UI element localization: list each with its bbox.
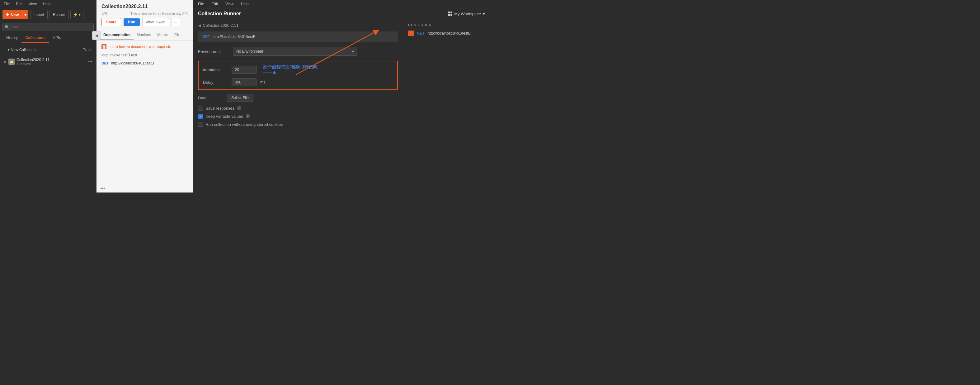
- run-without-cookies-checkbox[interactable]: [198, 122, 203, 127]
- tab-monitors[interactable]: Monitors: [134, 30, 154, 40]
- breadcrumb: ◀ Collection2020.2.11: [198, 23, 398, 28]
- environment-row: Environment No Environment ▾: [198, 47, 398, 56]
- runner-panel: File Edit View Help Collection Runner My…: [193, 0, 490, 193]
- menu-help[interactable]: Help: [42, 1, 52, 7]
- environment-select[interactable]: No Environment ▾: [233, 47, 357, 56]
- search-input[interactable]: [3, 23, 94, 31]
- collection-title: Collection2020.2.11: [102, 4, 188, 10]
- select-file-button[interactable]: Select File: [227, 94, 253, 102]
- sidebar-content: + New Collection Trash ▶ 📁 Collection202…: [0, 43, 96, 193]
- back-arrow-button[interactable]: ◀: [92, 31, 101, 40]
- tab-history[interactable]: History: [3, 33, 21, 43]
- collection-meta: 1 request: [16, 62, 86, 66]
- run-order-panel: RUN ORDER ✓ GET http://localhost:8401/te…: [403, 19, 490, 193]
- run-order-checkbox[interactable]: ✓: [408, 30, 414, 36]
- keep-variable-row: ✓ Keep variable values i: [198, 114, 398, 119]
- save-responses-info-icon[interactable]: i: [237, 106, 241, 110]
- new-button[interactable]: ✚ New ▾: [3, 10, 28, 19]
- keep-variable-checkbox[interactable]: ✓: [198, 114, 203, 119]
- run-order-url: http://localhost:8401/testB: [428, 31, 471, 35]
- tab-ch[interactable]: Ch...: [171, 30, 185, 40]
- data-label: Data: [198, 96, 223, 100]
- menu-view[interactable]: View: [27, 1, 38, 7]
- runner-title: Collection Runner: [198, 11, 241, 16]
- menu-file[interactable]: File: [3, 1, 11, 7]
- delay-label: Delay: [203, 80, 228, 85]
- expand-icon[interactable]: ▶: [4, 59, 6, 64]
- environment-value: No Environment: [236, 49, 263, 54]
- collection-item[interactable]: ▶ 📁 Collection2020.2.11 1 request •••: [0, 56, 96, 67]
- ms-label: ms: [260, 80, 265, 85]
- collection-more-icon[interactable]: •••: [88, 59, 92, 64]
- method-badge: GET: [102, 61, 109, 65]
- doc-link[interactable]: 📄 Learn how to document your requests: [102, 44, 188, 49]
- runner-main: ◀ Collection2020.2.11 GET http://localho…: [193, 19, 403, 193]
- left-menu-bar: File Edit View Help: [0, 0, 96, 8]
- save-responses-label: Save responses: [205, 106, 234, 110]
- more-options-button[interactable]: ···: [172, 18, 180, 26]
- menu-edit[interactable]: Edit: [14, 1, 24, 7]
- delay-row: Delay ms: [203, 78, 393, 86]
- run-check-mark: ✓: [410, 32, 412, 35]
- save-responses-row: Save responses i: [198, 105, 398, 110]
- keep-variable-label: Keep variable values: [205, 114, 243, 119]
- api-note: This collection is not linked to any API: [130, 12, 188, 16]
- iterations-label: Iterations: [203, 67, 228, 72]
- breadcrumb-arrow-icon: ◀: [198, 23, 201, 28]
- new-dropdown-arrow[interactable]: ▾: [22, 10, 28, 19]
- cursor-icon: ✱: [273, 71, 276, 75]
- runner-menu-view[interactable]: View: [224, 1, 235, 7]
- tab-apis[interactable]: APIs: [49, 33, 64, 43]
- runner-menu-help[interactable]: Help: [240, 1, 250, 7]
- icon-button[interactable]: ⚡ ▾: [70, 10, 83, 19]
- runner-menu-edit[interactable]: Edit: [210, 1, 219, 7]
- tab-collections[interactable]: Collections: [21, 33, 49, 43]
- share-button[interactable]: Share: [102, 18, 121, 26]
- icon-symbol: ⚡: [73, 13, 78, 17]
- run-button[interactable]: Run: [124, 18, 140, 26]
- import-button[interactable]: Import: [30, 10, 48, 19]
- middle-panel: ◀ Collection2020.2.11 API This collectio…: [97, 0, 193, 193]
- collection-folder-icon: 📁: [8, 59, 14, 65]
- preview-url: http://localhost:8401/testB: [213, 35, 256, 39]
- data-row: Data Select File: [198, 94, 398, 102]
- keep-variable-info-icon[interactable]: i: [246, 114, 250, 118]
- collection-info: Collection2020.2.11 1 request: [16, 58, 86, 66]
- middle-body: 📄 Learn how to document your requests lo…: [97, 40, 193, 184]
- env-dropdown-icon: ▾: [352, 49, 354, 54]
- iterations-delay-section: Iterations 20个线程每次间隔0.3秒访问 —— ✱ Delay ms: [198, 61, 398, 90]
- left-toolbar: ✚ New ▾ Import Runner ⚡ ▾: [0, 8, 96, 21]
- environment-label: Environment: [198, 49, 229, 54]
- icon-arrow: ▾: [79, 13, 81, 17]
- save-responses-checkbox[interactable]: [198, 105, 203, 110]
- delay-input[interactable]: [232, 78, 256, 86]
- tab-mocks[interactable]: Mocks: [154, 30, 171, 40]
- request-url: http://localhost:8401/testB: [111, 61, 154, 65]
- iterations-input[interactable]: [232, 66, 256, 74]
- left-tabs: History Collections APIs: [0, 33, 96, 43]
- new-collection-button[interactable]: + New Collection: [4, 46, 39, 54]
- run-without-cookies-label: Run collection without using stored cook…: [205, 122, 283, 127]
- search-icon: 🔍: [5, 25, 10, 29]
- view-web-button[interactable]: View in web: [142, 18, 169, 26]
- new-label: New: [11, 13, 19, 17]
- check-mark-icon: ✓: [199, 115, 202, 118]
- breadcrumb-text: Collection2020.2.11: [203, 23, 239, 28]
- runner-menu-file[interactable]: File: [197, 1, 205, 7]
- iterations-annotation: 20个线程每次间隔0.3秒访问 —— ✱: [263, 64, 317, 75]
- doc-icon: 📄: [102, 44, 107, 49]
- trash-label[interactable]: Trash: [83, 48, 92, 52]
- tab-documentation[interactable]: Documentation: [100, 30, 134, 40]
- middle-dots: •••: [97, 184, 193, 193]
- middle-header: Collection2020.2.11 API This collection …: [97, 0, 193, 30]
- left-panel: File Edit View Help ✚ New ▾ Import Runne…: [0, 0, 97, 193]
- request-item[interactable]: GET http://localhost:8401/testB: [102, 60, 188, 67]
- run-order-title: RUN ORDER: [408, 23, 485, 27]
- api-label: API: [102, 12, 107, 16]
- run-without-cookies-row: Run collection without using stored cook…: [198, 122, 398, 127]
- runner-button[interactable]: Runner: [49, 10, 68, 19]
- search-bar: 🔍: [0, 21, 96, 33]
- workspace-button[interactable]: My Workspace ▾: [448, 11, 485, 16]
- run-order-item[interactable]: ✓ GET http://localhost:8401/testB: [408, 30, 485, 36]
- runner-menu-bar: File Edit View Help: [193, 0, 490, 8]
